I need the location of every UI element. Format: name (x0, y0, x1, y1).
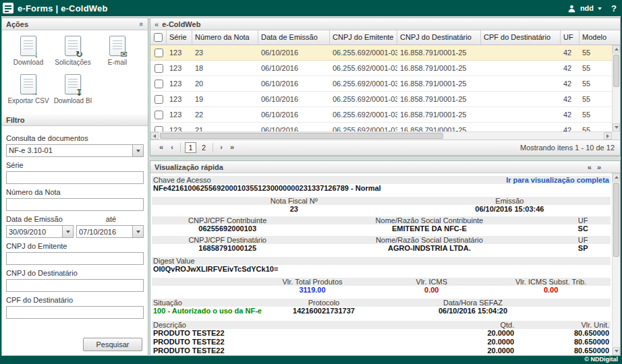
action-label: E-mail (108, 59, 127, 66)
scroll-down-button[interactable] (613, 347, 620, 355)
cell-cnpj-emitente: 06.255.692/0001-03 (330, 61, 397, 75)
prev-record-button[interactable]: « (588, 163, 592, 171)
scroll-left-button[interactable] (150, 132, 159, 140)
product-vlr: 80.650000 (514, 346, 611, 355)
column-header-numero[interactable]: Número da Nota (192, 30, 258, 44)
panel-splitter[interactable] (150, 156, 621, 161)
cpf-destinatario-label: CPF do Destinatário (6, 296, 144, 304)
scrollbar-thumb[interactable] (613, 183, 619, 257)
data-inicio-field[interactable] (6, 225, 74, 238)
scroll-up-button[interactable] (613, 45, 620, 53)
pesquisar-button[interactable]: Pesquisar (83, 338, 142, 351)
consulta-documentos-select[interactable]: NF-e 3.10-01 (6, 144, 144, 157)
column-header-data-emissao[interactable]: Data de Emissão (258, 30, 330, 44)
next-page-button[interactable]: › (216, 142, 227, 153)
column-header-cpf-destinatario[interactable]: CPF do Destinatário (481, 30, 561, 44)
situacao-labels: Situação Protocolo Data/Hora SEFAZ (152, 299, 611, 307)
serie-input[interactable] (6, 171, 144, 184)
nota-emissao-labels: Nota Fiscal Nº Emissão (152, 197, 611, 205)
table-row[interactable]: 123 23 06/10/2016 06.255.692/0001-03 16.… (150, 45, 612, 61)
cell-cpf-destinatario (481, 107, 561, 122)
next-record-button[interactable]: » (597, 163, 601, 171)
data-emissao-labels: Data de Emissão até (6, 215, 144, 223)
last-page-button[interactable]: » (227, 142, 237, 153)
cell-cnpj-emitente: 06.255.692/0001-03 (330, 123, 397, 131)
scrollbar-thumb[interactable] (613, 55, 619, 87)
contrib-cnpj-label: CNPJ/CPF Contribuinte (152, 216, 303, 224)
arrow-up-icon (615, 48, 619, 51)
row-checkbox[interactable] (154, 64, 163, 73)
scrollbar-thumb[interactable] (160, 133, 443, 139)
cnpj-emitente-input[interactable] (6, 252, 144, 265)
column-header-modelo[interactable]: Modelo (579, 30, 612, 44)
cnpj-emitente-label: CNPJ do Emitente (6, 242, 144, 250)
scroll-right-button[interactable] (604, 132, 612, 140)
visualizacao-completa-link[interactable]: Ir para visualização completa (506, 176, 611, 184)
table-row[interactable]: 123 21 06/10/2016 06.255.692/0001-03 16.… (150, 123, 612, 131)
cell-numero: 19 (192, 92, 258, 107)
vlr-icms-st-label: Vlr. ICMS Subst. Trib. (491, 278, 611, 286)
table-row[interactable]: 123 20 06/10/2016 06.255.692/0001-03 16.… (150, 76, 612, 92)
page-button-1[interactable]: 1 (185, 142, 196, 153)
grid-vertical-scrollbar[interactable] (612, 45, 620, 131)
email-button[interactable]: ✉ E-mail (95, 36, 140, 66)
table-row[interactable]: 123 19 06/10/2016 06.255.692/0001-03 16.… (150, 92, 612, 107)
row-checkbox[interactable] (154, 80, 163, 88)
help-button[interactable]: ? (611, 3, 617, 13)
select-all-checkbox[interactable] (154, 33, 163, 42)
app-title: e-Forms | e-ColdWeb (18, 3, 108, 13)
consulta-dropdown-button[interactable] (132, 145, 143, 156)
cnpj-destinatario-input[interactable] (6, 279, 144, 292)
row-checkbox[interactable] (154, 126, 163, 132)
collapse-actions-icon[interactable]: « (138, 22, 146, 26)
toolbar-separator (180, 143, 181, 152)
collapse-sidebar-icon[interactable]: « (154, 20, 159, 28)
table-row[interactable]: 123 18 06/10/2016 06.255.692/0001-03 16.… (150, 61, 612, 76)
action-label: Solicitações (55, 59, 90, 66)
data-inicio-input[interactable] (7, 226, 61, 237)
row-checkbox-cell (150, 45, 167, 60)
scroll-down-button[interactable] (613, 123, 620, 131)
arrow-down-icon (615, 126, 619, 129)
column-header-cnpj-destinatario[interactable]: CNPJ do Destinatário (397, 30, 481, 44)
product-qtd: 20.0000 (399, 338, 514, 346)
row-checkbox[interactable] (154, 95, 163, 104)
data-inicio-picker-button[interactable] (62, 226, 73, 237)
column-header-cnpj-emitente[interactable]: CNPJ do Emitente (330, 30, 397, 44)
column-header-serie[interactable]: Série (167, 30, 192, 44)
download-button[interactable]: ↓ Download (6, 36, 51, 66)
download-bi-button[interactable]: ↧ Download BI (51, 74, 95, 104)
product-row: PRODUTO TESTE22 20.0000 80.650000 (152, 338, 611, 346)
consulta-label: Consulta de documentos (6, 134, 144, 142)
scroll-up-button[interactable] (613, 173, 620, 181)
nota-emissao-values: 23 06/10/2016 15:03:46 (152, 205, 611, 214)
cell-cnpj-emitente: 06.255.692/0001-03 (330, 45, 397, 60)
cell-modelo: 55 (579, 76, 612, 91)
grid-horizontal-scrollbar[interactable] (150, 131, 612, 140)
first-page-button[interactable]: « (156, 142, 167, 153)
user-menu[interactable]: ndd (580, 4, 594, 12)
product-row: PRODUTO TESTE22 20.0000 80.650000 (152, 329, 611, 338)
preview-vertical-scrollbar[interactable] (612, 173, 620, 355)
numero-nota-input[interactable] (6, 198, 144, 211)
solicitacoes-button[interactable]: ↻ Solicitações (51, 36, 95, 66)
serie-label: Série (6, 161, 144, 169)
exportar-csv-button[interactable]: → Exportar CSV (6, 74, 51, 104)
cell-serie: 123 (167, 45, 192, 60)
row-checkbox[interactable] (154, 111, 163, 119)
cell-serie: 123 (167, 61, 192, 75)
data-fim-input[interactable] (77, 226, 131, 237)
preview-panel: Visualização rápida « » Chave de Acesso … (150, 161, 620, 355)
cpf-destinatario-input[interactable] (6, 306, 144, 319)
prev-page-button[interactable]: ‹ (167, 142, 177, 153)
user-menu-caret-icon[interactable] (598, 7, 602, 10)
data-fim-picker-button[interactable] (132, 226, 143, 237)
data-fim-field[interactable] (76, 225, 144, 238)
column-header-uf[interactable]: UF (561, 30, 579, 44)
row-checkbox[interactable] (154, 49, 163, 57)
page-button-2[interactable]: 2 (199, 144, 208, 152)
product-qtd: 20.0000 (399, 346, 514, 355)
chave-acesso-value: NFe4216100625569200010355123000000023133… (152, 184, 611, 193)
digest-label: Digest Value (152, 257, 195, 265)
table-row[interactable]: 123 22 06/10/2016 06.255.692/0001-03 16.… (150, 107, 612, 123)
